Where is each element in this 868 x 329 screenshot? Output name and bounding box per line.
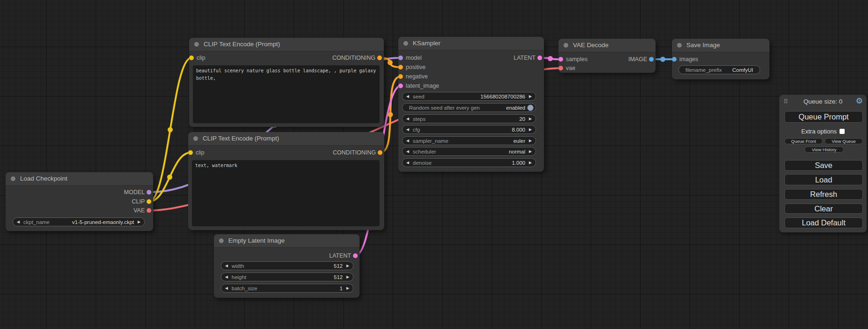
node-title-bar[interactable]: Empty Latent Image xyxy=(214,234,360,248)
left-arrow-icon[interactable]: ◀ xyxy=(225,285,228,292)
input-dot-latent_image[interactable] xyxy=(398,84,403,88)
link-midpoint-dot xyxy=(167,175,172,180)
load-button[interactable]: Load xyxy=(784,174,863,185)
node-vae_decode[interactable]: VAE DecodesamplesvaeIMAGE xyxy=(558,39,656,73)
right-arrow-icon[interactable]: ▶ xyxy=(346,285,349,292)
collapse-dot-icon[interactable] xyxy=(194,42,199,47)
right-arrow-icon[interactable]: ▶ xyxy=(529,148,532,155)
left-arrow-icon[interactable]: ◀ xyxy=(406,159,409,167)
node-ksampler[interactable]: KSamplermodelpositivenegativelatent_imag… xyxy=(398,37,544,172)
input-dot-vae[interactable] xyxy=(558,66,563,70)
input-dot-images[interactable] xyxy=(672,57,677,62)
toggle-circle-icon[interactable] xyxy=(527,105,534,111)
widget-denoise[interactable]: ◀denoise1.000▶ xyxy=(402,158,536,167)
view-history-button[interactable]: View History xyxy=(804,147,844,153)
right-arrow-icon[interactable]: ▶ xyxy=(346,262,349,270)
input-label-vae: vae xyxy=(566,65,575,71)
left-arrow-icon[interactable]: ◀ xyxy=(406,126,409,133)
node-title-bar[interactable]: VAE Decode xyxy=(558,39,656,52)
right-arrow-icon[interactable]: ▶ xyxy=(138,218,141,226)
collapse-dot-icon[interactable] xyxy=(403,41,408,46)
output-dot-CONDITIONING[interactable] xyxy=(377,56,382,60)
input-dot-model[interactable] xyxy=(398,56,403,60)
node-save_image[interactable]: Save Imageimagesfilename_prefixComfyUI xyxy=(672,39,769,79)
collapse-dot-icon[interactable] xyxy=(219,238,224,243)
node-title-bar[interactable]: Save Image xyxy=(672,39,769,52)
collapse-dot-icon[interactable] xyxy=(11,176,15,181)
widget-ckpt_name[interactable]: ◀ckpt_namev1-5-pruned-emaonly.ckpt▶ xyxy=(13,217,145,226)
save-button[interactable]: Save xyxy=(784,160,863,171)
right-arrow-icon[interactable]: ▶ xyxy=(529,93,532,100)
node-title-bar[interactable]: CLIP Text Encode (Prompt) xyxy=(189,38,384,51)
node-load_checkpoint[interactable]: Load CheckpointMODELCLIPVAE◀ckpt_namev1-… xyxy=(6,172,153,231)
widget-label: filename_prefix xyxy=(685,66,722,74)
node-clip_encode_1[interactable]: CLIP Text Encode (Prompt)clipCONDITIONIN… xyxy=(189,38,384,127)
output-dot-CONDITIONING[interactable] xyxy=(378,150,382,155)
extra-options-label: Extra options xyxy=(801,128,837,135)
widget-steps[interactable]: ◀steps20▶ xyxy=(402,114,536,123)
widget-height[interactable]: ◀height512▶ xyxy=(221,273,353,281)
widget-seed[interactable]: ◀seed156680208700286▶ xyxy=(402,92,536,101)
node-title-label: Save Image xyxy=(686,39,720,52)
widget-cfg[interactable]: ◀cfg8.000▶ xyxy=(402,125,536,134)
node-title-bar[interactable]: KSampler xyxy=(398,37,544,50)
left-arrow-icon[interactable]: ◀ xyxy=(406,137,409,145)
input-dot-negative[interactable] xyxy=(398,74,403,79)
queue-size-label: Queue size: 0 xyxy=(779,98,867,105)
node-clip_encode_2[interactable]: CLIP Text Encode (Prompt)clipCONDITIONIN… xyxy=(188,132,384,230)
node-empty_latent[interactable]: Empty Latent ImageLATENT◀width512▶◀heigh… xyxy=(214,234,360,298)
gear-icon[interactable]: ⚙ xyxy=(856,97,863,106)
widget-value: ComfyUI xyxy=(732,66,753,74)
collapse-dot-icon[interactable] xyxy=(193,136,198,141)
node-title-bar[interactable]: Load Checkpoint xyxy=(6,172,153,186)
widget-random-seed-after-every-gen[interactable]: Random seed after every genenabled xyxy=(402,103,536,112)
load-default-button[interactable]: Load Default xyxy=(784,217,863,228)
collapse-dot-icon[interactable] xyxy=(564,43,568,48)
node-title-label: CLIP Text Encode (Prompt) xyxy=(204,38,280,51)
prompt-textarea[interactable]: text, watermark xyxy=(192,160,380,226)
collapse-dot-icon[interactable] xyxy=(677,43,682,48)
right-arrow-icon[interactable]: ▶ xyxy=(529,159,532,167)
extra-options-checkbox[interactable] xyxy=(840,129,845,134)
input-dot-clip[interactable] xyxy=(189,56,194,60)
left-arrow-icon[interactable]: ◀ xyxy=(406,93,409,100)
input-dot-clip[interactable] xyxy=(188,150,193,155)
left-arrow-icon[interactable]: ◀ xyxy=(406,148,409,155)
widget-label: ckpt_name xyxy=(23,218,49,226)
output-dot-LATENT[interactable] xyxy=(353,253,358,258)
link-midpoint-dot xyxy=(388,60,393,65)
widget-value: 8.000 xyxy=(512,126,525,133)
input-label-clip: clip xyxy=(196,149,205,156)
right-arrow-icon[interactable]: ▶ xyxy=(529,115,532,123)
view-queue-button[interactable]: View Queue xyxy=(825,138,863,144)
right-arrow-icon[interactable]: ▶ xyxy=(529,137,532,145)
widget-value: normal xyxy=(509,148,525,155)
refresh-button[interactable]: Refresh xyxy=(784,189,863,200)
queue-prompt-button[interactable]: Queue Prompt xyxy=(784,111,863,123)
left-arrow-icon[interactable]: ◀ xyxy=(225,273,228,281)
output-dot-MODEL[interactable] xyxy=(147,190,151,195)
input-dot-positive[interactable] xyxy=(398,65,403,70)
output-dot-VAE[interactable] xyxy=(147,208,151,213)
input-dot-samples[interactable] xyxy=(558,57,563,62)
output-dot-CLIP[interactable] xyxy=(147,199,151,204)
widget-batch_size[interactable]: ◀batch_size1▶ xyxy=(221,284,353,293)
prompt-textarea[interactable]: beautiful scenery nature glass bottle la… xyxy=(193,65,380,123)
output-dot-LATENT[interactable] xyxy=(537,56,542,60)
right-arrow-icon[interactable]: ▶ xyxy=(346,273,349,281)
output-dot-IMAGE[interactable] xyxy=(649,57,654,62)
clear-button[interactable]: Clear xyxy=(784,203,863,214)
left-arrow-icon[interactable]: ◀ xyxy=(406,115,409,123)
widget-width[interactable]: ◀width512▶ xyxy=(221,261,353,270)
widget-filename_prefix[interactable]: filename_prefixComfyUI xyxy=(678,65,760,74)
output-label-CONDITIONING: CONDITIONING xyxy=(333,149,376,156)
left-arrow-icon[interactable]: ◀ xyxy=(225,262,228,270)
widget-scheduler[interactable]: ◀schedulernormal▶ xyxy=(402,147,536,156)
right-arrow-icon[interactable]: ▶ xyxy=(529,126,532,133)
input-label-negative: negative xyxy=(406,73,428,80)
left-arrow-icon[interactable]: ◀ xyxy=(17,218,20,226)
node-title-bar[interactable]: CLIP Text Encode (Prompt) xyxy=(188,132,384,146)
queue-front-button[interactable]: Queue Front xyxy=(784,138,823,144)
output-label-CLIP: CLIP xyxy=(132,198,145,205)
widget-sampler_name[interactable]: ◀sampler_nameeuler▶ xyxy=(402,136,536,145)
